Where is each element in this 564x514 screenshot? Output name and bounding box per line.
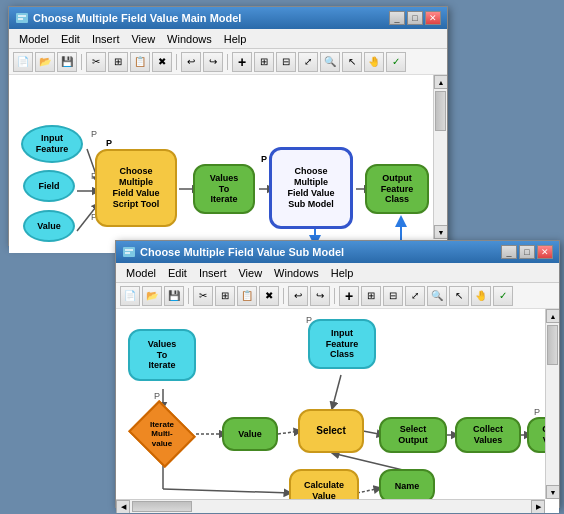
sub-scrollbar-v[interactable]: ▲ ▼ <box>545 309 559 499</box>
sub-node-input-feature[interactable]: InputFeatureClass <box>308 319 376 369</box>
save-button[interactable]: 💾 <box>57 52 77 72</box>
sub-window-title: Choose Multiple Field Value Sub Model <box>140 246 344 258</box>
sub-copy-button[interactable]: ⊞ <box>215 286 235 306</box>
scroll-thumb-v[interactable] <box>435 91 446 131</box>
sub-node-select-output[interactable]: SelectOutput <box>379 417 447 453</box>
node-choose-sub-label: ChooseMultipleField ValueSub Model <box>287 166 334 209</box>
sub-open-button[interactable]: 📂 <box>142 286 162 306</box>
svg-line-26 <box>163 489 291 493</box>
sub-new-button[interactable]: 📄 <box>120 286 140 306</box>
copy-button[interactable]: ⊞ <box>108 52 128 72</box>
grid-button[interactable]: ⊞ <box>254 52 274 72</box>
sub-toolbar: 📄 📂 💾 ✂ ⊞ 📋 ✖ ↩ ↪ + ⊞ ⊟ ⤢ 🔍 ↖ 🤚 ✓ <box>116 283 559 309</box>
sub-maximize-button[interactable]: □ <box>519 245 535 259</box>
main-window: Choose Multiple Field Value Main Model _… <box>8 6 448 246</box>
open-button[interactable]: 📂 <box>35 52 55 72</box>
svg-rect-1 <box>18 15 26 17</box>
menu-view[interactable]: View <box>125 32 161 46</box>
fit-button[interactable]: ⤢ <box>298 52 318 72</box>
sub-scroll-left[interactable]: ◀ <box>116 500 130 513</box>
node-values-iterate-label: ValuesToIterate <box>210 173 239 205</box>
maximize-button[interactable]: □ <box>407 11 423 25</box>
paste-button[interactable]: 📋 <box>130 52 150 72</box>
redo-button[interactable]: ↪ <box>203 52 223 72</box>
undo-button[interactable]: ↩ <box>181 52 201 72</box>
sub-scroll-thumb-h[interactable] <box>132 501 192 512</box>
sub-zoom-in-button[interactable]: 🔍 <box>427 286 447 306</box>
sub-node-iterate-multi-container[interactable]: IterateMulti-value <box>128 407 196 461</box>
sub-canvas-inner: P P P ValuesToIterate InputFeatureClass … <box>116 309 559 513</box>
sub-node-select[interactable]: Select <box>298 409 364 453</box>
menu-help[interactable]: Help <box>218 32 253 46</box>
sub-grid-button[interactable]: ⊞ <box>361 286 381 306</box>
sub-sep3 <box>334 288 335 304</box>
node-field-label: Field <box>38 181 59 192</box>
node-field[interactable]: Field <box>23 170 75 202</box>
sub-canvas: P P P ValuesToIterate InputFeatureClass … <box>116 309 559 513</box>
close-button[interactable]: ✕ <box>425 11 441 25</box>
sub-add-button[interactable]: + <box>339 286 359 306</box>
delete-button[interactable]: ✖ <box>152 52 172 72</box>
main-scrollbar-v[interactable]: ▲ ▼ <box>433 75 447 239</box>
sub-scroll-right[interactable]: ▶ <box>531 500 545 513</box>
sub-cut-button[interactable]: ✂ <box>193 286 213 306</box>
add-button[interactable]: + <box>232 52 252 72</box>
zoom-in-button[interactable]: 🔍 <box>320 52 340 72</box>
node-values-iterate[interactable]: ValuesToIterate <box>193 164 255 214</box>
sub-cursor-button[interactable]: ↖ <box>449 286 469 306</box>
menu-edit[interactable]: Edit <box>55 32 86 46</box>
sub-window-controls: _ □ ✕ <box>501 245 553 259</box>
main-toolbar: 📄 📂 💾 ✂ ⊞ 📋 ✖ ↩ ↪ + ⊞ ⊟ ⤢ 🔍 ↖ 🤚 ✓ <box>9 49 447 75</box>
sub-scroll-down[interactable]: ▼ <box>546 485 559 499</box>
node-choose-script[interactable]: ChooseMultipleField ValueScript Tool <box>95 149 177 227</box>
sub-title-left: Choose Multiple Field Value Sub Model <box>122 245 344 259</box>
sub-node-name[interactable]: Name <box>379 469 435 503</box>
menu-windows[interactable]: Windows <box>161 32 218 46</box>
sub-menu-help[interactable]: Help <box>325 266 360 280</box>
node-input-feature[interactable]: InputFeature <box>21 125 83 163</box>
menu-insert[interactable]: Insert <box>86 32 126 46</box>
sub-node-collect-values-label: CollectValues <box>473 424 503 446</box>
sub-menu-windows[interactable]: Windows <box>268 266 325 280</box>
sub-scroll-up[interactable]: ▲ <box>546 309 559 323</box>
menu-model[interactable]: Model <box>13 32 55 46</box>
sub-menu-view[interactable]: View <box>232 266 268 280</box>
sub-undo-button[interactable]: ↩ <box>288 286 308 306</box>
sub-delete-button[interactable]: ✖ <box>259 286 279 306</box>
node-choose-sub[interactable]: ChooseMultipleField ValueSub Model <box>269 147 353 229</box>
sub-check-button[interactable]: ✓ <box>493 286 513 306</box>
sub-node-value-label: Value <box>238 429 262 440</box>
sub-menu-insert[interactable]: Insert <box>193 266 233 280</box>
node-value[interactable]: Value <box>23 210 75 242</box>
sub-node-collect-values[interactable]: CollectValues <box>455 417 521 453</box>
sep1 <box>81 54 82 70</box>
sub-redo-button[interactable]: ↪ <box>310 286 330 306</box>
svg-rect-17 <box>125 252 130 254</box>
sub-save-button[interactable]: 💾 <box>164 286 184 306</box>
sub-fit-button[interactable]: ⤢ <box>405 286 425 306</box>
check-button[interactable]: ✓ <box>386 52 406 72</box>
cut-button[interactable]: ✂ <box>86 52 106 72</box>
main-window-icon <box>15 11 29 25</box>
sub-minimize-button[interactable]: _ <box>501 245 517 259</box>
grid2-button[interactable]: ⊟ <box>276 52 296 72</box>
sub-grid2-button[interactable]: ⊟ <box>383 286 403 306</box>
sub-window: Choose Multiple Field Value Sub Model _ … <box>115 240 560 508</box>
sub-scrollbar-h[interactable]: ◀ ▶ <box>116 499 545 513</box>
node-output-feature[interactable]: OutputFeatureClass <box>365 164 429 214</box>
sub-hand-button[interactable]: 🤚 <box>471 286 491 306</box>
scroll-down[interactable]: ▼ <box>434 225 447 239</box>
hand-button[interactable]: 🤚 <box>364 52 384 72</box>
sub-node-values-iterate[interactable]: ValuesToIterate <box>128 329 196 381</box>
sub-menu-edit[interactable]: Edit <box>162 266 193 280</box>
cursor-button[interactable]: ↖ <box>342 52 362 72</box>
new-button[interactable]: 📄 <box>13 52 33 72</box>
svg-text:P: P <box>534 407 540 417</box>
sub-menu-model[interactable]: Model <box>120 266 162 280</box>
sub-paste-button[interactable]: 📋 <box>237 286 257 306</box>
sub-scroll-thumb-v[interactable] <box>547 325 558 365</box>
minimize-button[interactable]: _ <box>389 11 405 25</box>
sub-node-value[interactable]: Value <box>222 417 278 451</box>
scroll-up[interactable]: ▲ <box>434 75 447 89</box>
sub-close-button[interactable]: ✕ <box>537 245 553 259</box>
